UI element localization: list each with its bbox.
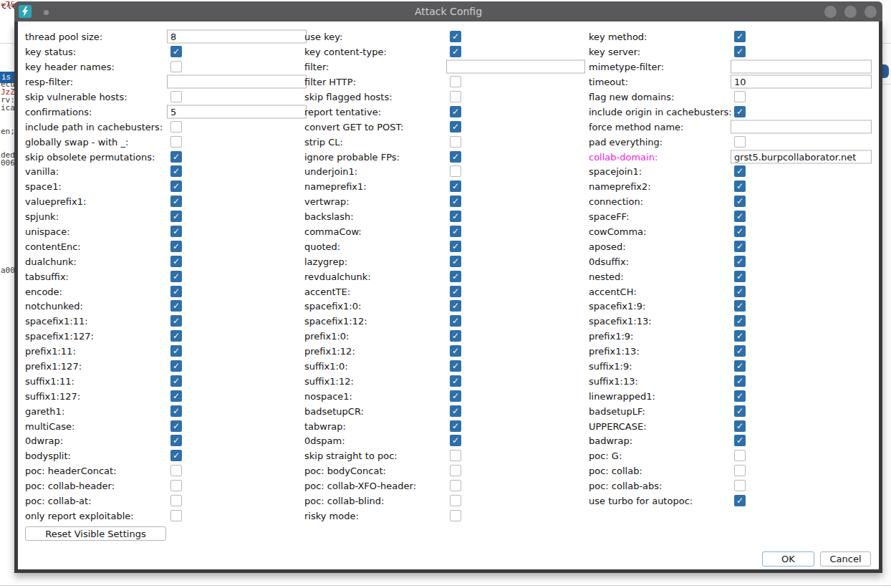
checkbox-key-server[interactable]: ✓: [734, 46, 746, 57]
checkbox-lazygrep[interactable]: ✓: [450, 256, 461, 267]
checkbox-risky-mode[interactable]: [450, 510, 461, 521]
checkbox-key-content-type[interactable]: ✓: [450, 46, 461, 57]
input-timeout[interactable]: [731, 75, 872, 89]
checkbox-spacefix1-9[interactable]: ✓: [734, 300, 746, 312]
checkbox-cowcomma[interactable]: ✓: [734, 226, 746, 237]
checkbox-unispace[interactable]: ✓: [170, 226, 182, 237]
checkbox-connection[interactable]: ✓: [734, 196, 746, 207]
checkbox-poc-g[interactable]: [734, 450, 746, 461]
checkbox-spacefix1-13[interactable]: ✓: [734, 315, 746, 327]
checkbox-poc-collab-abs[interactable]: [734, 480, 746, 491]
checkbox-uppercase[interactable]: ✓: [734, 420, 746, 432]
checkbox-poc-collab-xfo-header[interactable]: [450, 480, 461, 491]
checkbox-spacefix1-0[interactable]: ✓: [450, 300, 461, 312]
checkbox-poc-bodyconcat[interactable]: [450, 465, 461, 476]
checkbox-badsetupcr[interactable]: ✓: [450, 405, 461, 417]
checkbox-poc-collab-header[interactable]: [170, 480, 182, 491]
checkbox-nameprefix2[interactable]: ✓: [734, 180, 746, 192]
checkbox-flag-new-domains[interactable]: [734, 91, 746, 102]
input-filter[interactable]: [446, 60, 585, 74]
input-mimetype-filter[interactable]: [731, 60, 872, 74]
checkbox-skip-flagged-hosts[interactable]: [450, 91, 461, 102]
checkbox-key-status[interactable]: ✓: [170, 46, 182, 57]
checkbox-commacow[interactable]: ✓: [450, 226, 461, 237]
checkbox-0dwrap[interactable]: ✓: [170, 435, 182, 446]
checkbox-only-report-exploitable[interactable]: [170, 510, 182, 521]
checkbox-spjunk[interactable]: ✓: [170, 211, 182, 222]
checkbox-report-tentative[interactable]: ✓: [450, 106, 461, 117]
dialog-titlebar[interactable]: Attack Config: [14, 1, 882, 21]
checkbox-suffix1-127[interactable]: ✓: [170, 390, 182, 402]
checkbox-badsetuplf[interactable]: ✓: [734, 405, 746, 417]
checkbox-poc-collab[interactable]: [734, 465, 746, 476]
checkbox-revdualchunk[interactable]: ✓: [450, 271, 461, 282]
checkbox-spaceff[interactable]: ✓: [734, 211, 746, 222]
checkbox-nameprefix1[interactable]: ✓: [450, 180, 461, 192]
minimize-button[interactable]: [824, 6, 837, 18]
checkbox-convert-get-to-post[interactable]: ✓: [450, 121, 461, 132]
close-button[interactable]: [864, 6, 877, 18]
checkbox-accentch[interactable]: ✓: [734, 286, 746, 297]
checkbox-prefix1-9[interactable]: ✓: [734, 330, 746, 342]
cancel-button[interactable]: Cancel: [820, 551, 871, 567]
checkbox-include-path-in-cachebusters[interactable]: [170, 121, 182, 132]
checkbox-skip-obsolete-permutations[interactable]: ✓: [170, 151, 182, 163]
checkbox-valueprefix1[interactable]: ✓: [170, 196, 182, 207]
checkbox-prefix1-13[interactable]: ✓: [734, 345, 746, 357]
checkbox-spacefix1-12[interactable]: ✓: [450, 315, 461, 327]
input-confirmations[interactable]: [167, 105, 307, 118]
checkbox-poc-headerconcat[interactable]: [170, 465, 182, 476]
checkbox-badwrap[interactable]: ✓: [734, 435, 746, 446]
checkbox-poc-collab-at[interactable]: [170, 495, 182, 506]
checkbox-prefix1-0[interactable]: ✓: [450, 330, 461, 342]
checkbox-skip-straight-to-poc[interactable]: [450, 450, 461, 461]
checkbox-suffix1-13[interactable]: ✓: [734, 375, 746, 387]
checkbox-include-origin-in-cachebusters[interactable]: ✓: [734, 106, 746, 117]
checkbox-vanilla[interactable]: ✓: [170, 165, 182, 177]
checkbox-dualchunk[interactable]: ✓: [170, 256, 182, 267]
checkbox-aposed[interactable]: ✓: [734, 241, 746, 252]
checkbox-0dsuffix[interactable]: ✓: [734, 256, 746, 267]
checkbox-suffix1-0[interactable]: ✓: [450, 360, 461, 372]
input-resp-filter[interactable]: [167, 75, 307, 89]
checkbox-linewrapped1[interactable]: ✓: [734, 390, 746, 402]
checkbox-contentenc[interactable]: ✓: [170, 241, 182, 252]
checkbox-spacefix1-127[interactable]: ✓: [170, 330, 182, 342]
input-thread-pool-size[interactable]: [167, 30, 307, 44]
input-force-method-name[interactable]: [731, 120, 872, 133]
checkbox-gareth1[interactable]: ✓: [170, 405, 182, 417]
checkbox-prefix1-127[interactable]: ✓: [170, 360, 182, 372]
input-collab-domain[interactable]: [731, 150, 872, 163]
checkbox-tabwrap[interactable]: ✓: [450, 420, 461, 432]
checkbox-underjoin1[interactable]: [450, 165, 461, 177]
checkbox-notchunked[interactable]: ✓: [170, 300, 182, 312]
checkbox-poc-collab-blind[interactable]: [450, 495, 461, 506]
ok-button[interactable]: OK: [762, 551, 814, 567]
checkbox-key-method[interactable]: ✓: [734, 31, 746, 42]
checkbox-skip-vulnerable-hosts[interactable]: [170, 91, 182, 102]
checkbox-accentte[interactable]: ✓: [450, 286, 461, 297]
checkbox-use-key[interactable]: ✓: [450, 31, 461, 42]
checkbox-encode[interactable]: ✓: [170, 286, 182, 297]
maximize-button[interactable]: [844, 6, 857, 18]
checkbox-tabsuffix[interactable]: ✓: [170, 271, 182, 282]
reset-visible-settings-button[interactable]: Reset Visible Settings: [25, 526, 166, 541]
checkbox-nested[interactable]: ✓: [734, 271, 746, 282]
checkbox-filter-http[interactable]: [450, 76, 461, 87]
checkbox-suffix1-11[interactable]: ✓: [170, 375, 182, 387]
checkbox-globally-swap-with[interactable]: [170, 136, 182, 148]
checkbox-suffix1-12[interactable]: ✓: [450, 375, 461, 387]
checkbox-0dspam[interactable]: ✓: [450, 435, 461, 446]
checkbox-prefix1-12[interactable]: ✓: [450, 345, 461, 357]
checkbox-key-header-names[interactable]: [170, 61, 182, 72]
checkbox-quoted[interactable]: ✓: [450, 241, 461, 252]
checkbox-suffix1-9[interactable]: ✓: [734, 360, 746, 372]
checkbox-nospace1[interactable]: ✓: [450, 390, 461, 402]
checkbox-spacejoin1[interactable]: ✓: [734, 165, 746, 177]
checkbox-prefix1-11[interactable]: ✓: [170, 345, 182, 357]
checkbox-spacefix1-11[interactable]: ✓: [170, 315, 182, 327]
checkbox-multicase[interactable]: ✓: [170, 420, 182, 432]
checkbox-use-turbo-for-autopoc[interactable]: ✓: [734, 495, 746, 506]
checkbox-space1[interactable]: ✓: [170, 180, 182, 192]
checkbox-strip-cl[interactable]: [450, 136, 461, 148]
